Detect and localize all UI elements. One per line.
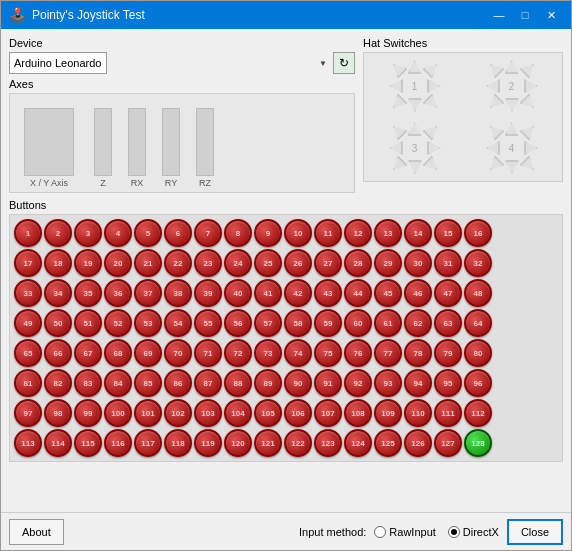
button-3[interactable]: 3 xyxy=(74,219,102,247)
button-23[interactable]: 23 xyxy=(194,249,222,277)
button-115[interactable]: 115 xyxy=(74,429,102,457)
button-61[interactable]: 61 xyxy=(374,309,402,337)
button-65[interactable]: 65 xyxy=(14,339,42,367)
button-102[interactable]: 102 xyxy=(164,399,192,427)
button-39[interactable]: 39 xyxy=(194,279,222,307)
button-48[interactable]: 48 xyxy=(464,279,492,307)
button-25[interactable]: 25 xyxy=(254,249,282,277)
button-46[interactable]: 46 xyxy=(404,279,432,307)
button-4[interactable]: 4 xyxy=(104,219,132,247)
button-114[interactable]: 114 xyxy=(44,429,72,457)
button-101[interactable]: 101 xyxy=(134,399,162,427)
button-53[interactable]: 53 xyxy=(134,309,162,337)
button-52[interactable]: 52 xyxy=(104,309,132,337)
button-100[interactable]: 100 xyxy=(104,399,132,427)
button-43[interactable]: 43 xyxy=(314,279,342,307)
button-68[interactable]: 68 xyxy=(104,339,132,367)
button-108[interactable]: 108 xyxy=(344,399,372,427)
about-button[interactable]: About xyxy=(9,519,64,545)
button-85[interactable]: 85 xyxy=(134,369,162,397)
button-105[interactable]: 105 xyxy=(254,399,282,427)
button-19[interactable]: 19 xyxy=(74,249,102,277)
button-62[interactable]: 62 xyxy=(404,309,432,337)
button-47[interactable]: 47 xyxy=(434,279,462,307)
minimize-button[interactable]: — xyxy=(487,5,511,25)
button-88[interactable]: 88 xyxy=(224,369,252,397)
button-36[interactable]: 36 xyxy=(104,279,132,307)
button-120[interactable]: 120 xyxy=(224,429,252,457)
button-80[interactable]: 80 xyxy=(464,339,492,367)
button-122[interactable]: 122 xyxy=(284,429,312,457)
button-44[interactable]: 44 xyxy=(344,279,372,307)
button-51[interactable]: 51 xyxy=(74,309,102,337)
button-89[interactable]: 89 xyxy=(254,369,282,397)
button-78[interactable]: 78 xyxy=(404,339,432,367)
button-106[interactable]: 106 xyxy=(284,399,312,427)
button-42[interactable]: 42 xyxy=(284,279,312,307)
button-76[interactable]: 76 xyxy=(344,339,372,367)
button-50[interactable]: 50 xyxy=(44,309,72,337)
button-16[interactable]: 16 xyxy=(464,219,492,247)
button-28[interactable]: 28 xyxy=(344,249,372,277)
button-123[interactable]: 123 xyxy=(314,429,342,457)
button-91[interactable]: 91 xyxy=(314,369,342,397)
button-118[interactable]: 118 xyxy=(164,429,192,457)
button-27[interactable]: 27 xyxy=(314,249,342,277)
button-81[interactable]: 81 xyxy=(14,369,42,397)
button-12[interactable]: 12 xyxy=(344,219,372,247)
button-45[interactable]: 45 xyxy=(374,279,402,307)
button-63[interactable]: 63 xyxy=(434,309,462,337)
directx-radio-icon[interactable] xyxy=(448,526,460,538)
button-40[interactable]: 40 xyxy=(224,279,252,307)
button-10[interactable]: 10 xyxy=(284,219,312,247)
button-97[interactable]: 97 xyxy=(14,399,42,427)
button-70[interactable]: 70 xyxy=(164,339,192,367)
button-24[interactable]: 24 xyxy=(224,249,252,277)
button-69[interactable]: 69 xyxy=(134,339,162,367)
button-54[interactable]: 54 xyxy=(164,309,192,337)
close-button[interactable]: Close xyxy=(507,519,563,545)
maximize-button[interactable]: □ xyxy=(513,5,537,25)
button-72[interactable]: 72 xyxy=(224,339,252,367)
button-125[interactable]: 125 xyxy=(374,429,402,457)
button-26[interactable]: 26 xyxy=(284,249,312,277)
button-11[interactable]: 11 xyxy=(314,219,342,247)
button-96[interactable]: 96 xyxy=(464,369,492,397)
button-64[interactable]: 64 xyxy=(464,309,492,337)
device-dropdown[interactable]: Arduino Leonardo xyxy=(9,52,107,74)
button-56[interactable]: 56 xyxy=(224,309,252,337)
button-79[interactable]: 79 xyxy=(434,339,462,367)
button-21[interactable]: 21 xyxy=(134,249,162,277)
button-117[interactable]: 117 xyxy=(134,429,162,457)
refresh-button[interactable]: ↻ xyxy=(333,52,355,74)
button-31[interactable]: 31 xyxy=(434,249,462,277)
button-8[interactable]: 8 xyxy=(224,219,252,247)
button-104[interactable]: 104 xyxy=(224,399,252,427)
button-13[interactable]: 13 xyxy=(374,219,402,247)
button-9[interactable]: 9 xyxy=(254,219,282,247)
button-7[interactable]: 7 xyxy=(194,219,222,247)
button-95[interactable]: 95 xyxy=(434,369,462,397)
rawinput-radio-icon[interactable] xyxy=(374,526,386,538)
button-22[interactable]: 22 xyxy=(164,249,192,277)
directx-option[interactable]: DirectX xyxy=(448,526,499,538)
button-112[interactable]: 112 xyxy=(464,399,492,427)
button-71[interactable]: 71 xyxy=(194,339,222,367)
button-18[interactable]: 18 xyxy=(44,249,72,277)
button-6[interactable]: 6 xyxy=(164,219,192,247)
button-119[interactable]: 119 xyxy=(194,429,222,457)
button-59[interactable]: 59 xyxy=(314,309,342,337)
button-1[interactable]: 1 xyxy=(14,219,42,247)
button-99[interactable]: 99 xyxy=(74,399,102,427)
button-116[interactable]: 116 xyxy=(104,429,132,457)
button-111[interactable]: 111 xyxy=(434,399,462,427)
button-38[interactable]: 38 xyxy=(164,279,192,307)
button-5[interactable]: 5 xyxy=(134,219,162,247)
button-14[interactable]: 14 xyxy=(404,219,432,247)
button-92[interactable]: 92 xyxy=(344,369,372,397)
button-33[interactable]: 33 xyxy=(14,279,42,307)
button-34[interactable]: 34 xyxy=(44,279,72,307)
button-74[interactable]: 74 xyxy=(284,339,312,367)
button-94[interactable]: 94 xyxy=(404,369,432,397)
rawinput-option[interactable]: RawInput xyxy=(374,526,435,538)
